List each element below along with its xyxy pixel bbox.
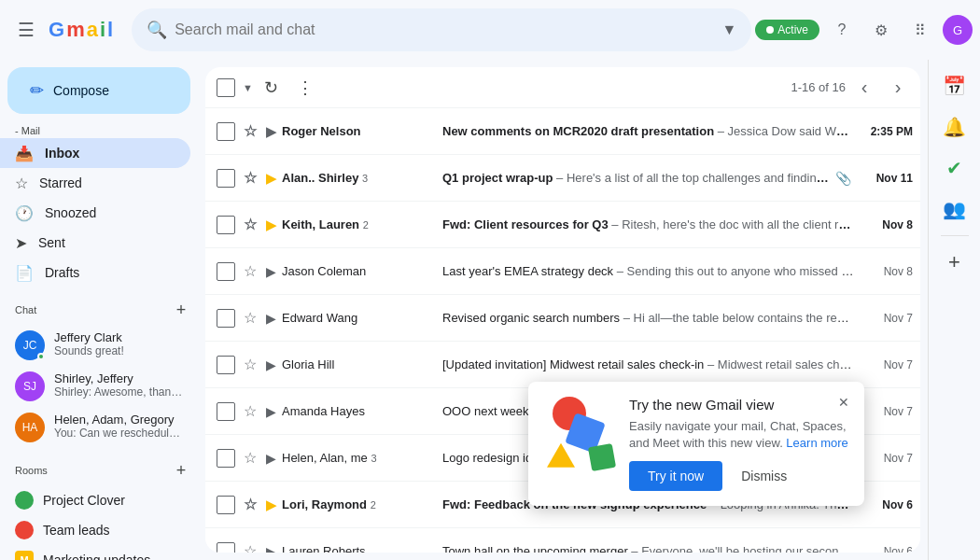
row-checkbox[interactable] bbox=[217, 216, 235, 234]
more-button[interactable]: ⋮ bbox=[290, 73, 320, 103]
room-item-team-leads[interactable]: Team leads bbox=[0, 515, 190, 545]
help-icon[interactable]: ? bbox=[825, 13, 859, 47]
sidebar-item-inbox[interactable]: 📥 Inbox bbox=[0, 138, 190, 168]
apps-icon[interactable]: ⠿ bbox=[903, 13, 937, 47]
email-row[interactable]: ☆ ▶ Jason Coleman Last year's EMEA strat… bbox=[205, 248, 920, 295]
email-row[interactable]: ☆ ▶ Roger Nelson New comments on MCR2020… bbox=[205, 108, 920, 155]
prev-page-button[interactable]: ‹ bbox=[849, 73, 879, 103]
row-checkbox[interactable] bbox=[217, 122, 235, 141]
next-page-button[interactable]: › bbox=[883, 73, 913, 103]
popup-close-button[interactable]: ✕ bbox=[831, 389, 857, 415]
row-checkbox[interactable] bbox=[217, 169, 235, 188]
sidebar-item-starred[interactable]: ☆ Starred bbox=[0, 168, 190, 198]
row-important[interactable]: ▶ bbox=[261, 542, 280, 553]
row-important[interactable]: ▶ bbox=[261, 262, 280, 281]
refresh-button[interactable]: ↻ bbox=[257, 73, 287, 103]
chat-name: Helen, Adam, Gregory bbox=[54, 413, 185, 427]
email-row[interactable]: ☆ ▶ Lauren Roberts Town hall on the upco… bbox=[205, 528, 920, 553]
try-it-now-button[interactable]: Try it now bbox=[629, 461, 722, 491]
notification-popup: Try the new Gmail view Easily navigate y… bbox=[528, 382, 864, 506]
compose-button[interactable]: ✏ Compose bbox=[7, 67, 190, 114]
row-subject: Q1 project wrap-up – Here's a list of al… bbox=[442, 171, 833, 185]
row-star[interactable]: ☆ bbox=[241, 449, 259, 468]
right-icon-add[interactable]: + bbox=[936, 244, 973, 281]
select-all-checkbox[interactable] bbox=[217, 78, 235, 97]
room-dot bbox=[15, 491, 34, 510]
row-time: Nov 6 bbox=[857, 545, 913, 553]
room-item-project-clover[interactable]: Project Clover bbox=[0, 485, 190, 515]
avatar: SJ bbox=[15, 371, 45, 401]
row-star[interactable]: ☆ bbox=[241, 496, 259, 514]
search-input[interactable] bbox=[175, 21, 714, 38]
popup-content: Try the new Gmail view Easily navigate y… bbox=[629, 397, 849, 491]
chat-name: Jeffery Clark bbox=[54, 330, 124, 344]
row-star[interactable]: ☆ bbox=[241, 122, 259, 141]
drafts-icon: 📄 bbox=[15, 264, 34, 282]
email-area: ▼ ↻ ⋮ 1-16 of 16 ‹ › ☆ ▶ Roger Nelson Ne… bbox=[205, 67, 920, 553]
chat-preview: You: Can we reschedule the... bbox=[54, 427, 185, 440]
rooms-section-label: Rooms bbox=[15, 465, 48, 476]
row-important[interactable]: ▶ bbox=[261, 496, 280, 514]
right-icon-tasks[interactable]: ✔ bbox=[936, 149, 973, 187]
email-row[interactable]: ☆ ▶ Edward Wang Revised organic search n… bbox=[205, 295, 920, 342]
row-checkbox[interactable] bbox=[217, 262, 235, 281]
row-subject: Last year's EMEA strategy deck – Sending… bbox=[442, 264, 855, 278]
row-star[interactable]: ☆ bbox=[241, 309, 259, 328]
chat-section-label: Chat bbox=[15, 304, 36, 315]
chat-preview: Sounds great! bbox=[54, 344, 124, 357]
row-checkbox[interactable] bbox=[217, 542, 235, 553]
row-checkbox[interactable] bbox=[217, 402, 235, 421]
row-checkbox[interactable] bbox=[217, 356, 235, 374]
row-checkbox[interactable] bbox=[217, 309, 235, 328]
right-icon-calendar[interactable]: 📅 bbox=[936, 67, 973, 105]
right-icon-keep[interactable]: 🔔 bbox=[936, 108, 973, 146]
settings-icon[interactable]: ⚙ bbox=[864, 13, 898, 47]
row-star[interactable]: ☆ bbox=[241, 216, 259, 234]
email-row[interactable]: ☆ ▶ Keith, Lauren 2 Fwd: Client resource… bbox=[205, 202, 920, 248]
sidebar-item-snoozed[interactable]: 🕐 Snoozed bbox=[0, 198, 190, 228]
learn-more-link[interactable]: Learn more bbox=[786, 436, 847, 450]
row-time: Nov 7 bbox=[857, 358, 913, 371]
row-star[interactable]: ☆ bbox=[241, 402, 259, 421]
row-time: Nov 11 bbox=[857, 172, 913, 185]
row-star[interactable]: ☆ bbox=[241, 262, 259, 281]
sidebar-item-drafts[interactable]: 📄 Drafts bbox=[0, 258, 190, 287]
row-subject: Fwd: Client resources for Q3 – Ritesh, h… bbox=[442, 217, 855, 231]
search-icon: 🔍 bbox=[147, 20, 167, 40]
filter-icon[interactable]: ▼ bbox=[721, 21, 736, 38]
row-star[interactable]: ☆ bbox=[241, 542, 259, 553]
row-important[interactable]: ▶ bbox=[261, 169, 280, 188]
row-checkbox[interactable] bbox=[217, 449, 235, 468]
chat-item-jeffery[interactable]: JC Jeffery Clark Sounds great! bbox=[0, 325, 190, 366]
row-checkbox[interactable] bbox=[217, 496, 235, 514]
account-avatar[interactable]: G bbox=[943, 15, 973, 45]
chat-item-helen[interactable]: HA Helen, Adam, Gregory You: Can we resc… bbox=[0, 407, 190, 448]
row-time: Nov 6 bbox=[857, 498, 913, 511]
room-label: Team leads bbox=[43, 523, 110, 538]
sidebar-item-sent[interactable]: ➤ Sent bbox=[0, 228, 190, 258]
row-important[interactable]: ▶ bbox=[261, 216, 280, 234]
room-item-marketing[interactable]: M Marketing updates bbox=[0, 545, 190, 560]
chat-add-button[interactable]: + bbox=[168, 297, 194, 323]
row-important[interactable]: ▶ bbox=[261, 356, 280, 374]
right-icon-contacts[interactable]: 👥 bbox=[936, 190, 973, 228]
row-sender: Helen, Alan, me 3 bbox=[282, 451, 441, 465]
search-bar: 🔍 ▼ bbox=[132, 8, 751, 51]
chat-item-shirley[interactable]: SJ Shirley, Jeffery Shirley: Awesome, th… bbox=[0, 366, 190, 407]
row-sender: Alan.. Shirley 3 bbox=[282, 171, 441, 185]
row-important[interactable]: ▶ bbox=[261, 402, 280, 421]
avatar: JC bbox=[15, 330, 45, 360]
right-sidebar: 📅 🔔 ✔ 👥 + bbox=[928, 60, 980, 560]
dismiss-button[interactable]: Dismiss bbox=[730, 461, 798, 491]
row-important[interactable]: ▶ bbox=[261, 309, 280, 328]
rooms-add-button[interactable]: + bbox=[168, 457, 194, 483]
email-row[interactable]: ☆ ▶ Alan.. Shirley 3 Q1 project wrap-up … bbox=[205, 155, 920, 202]
select-dropdown-arrow[interactable]: ▼ bbox=[243, 82, 253, 93]
row-time: Nov 7 bbox=[857, 452, 913, 465]
row-star[interactable]: ☆ bbox=[241, 356, 259, 374]
row-star[interactable]: ☆ bbox=[241, 169, 259, 188]
row-important[interactable]: ▶ bbox=[261, 122, 280, 141]
hamburger-icon[interactable]: ☰ bbox=[7, 11, 45, 49]
room-label: Project Clover bbox=[43, 493, 125, 508]
row-important[interactable]: ▶ bbox=[261, 449, 280, 468]
